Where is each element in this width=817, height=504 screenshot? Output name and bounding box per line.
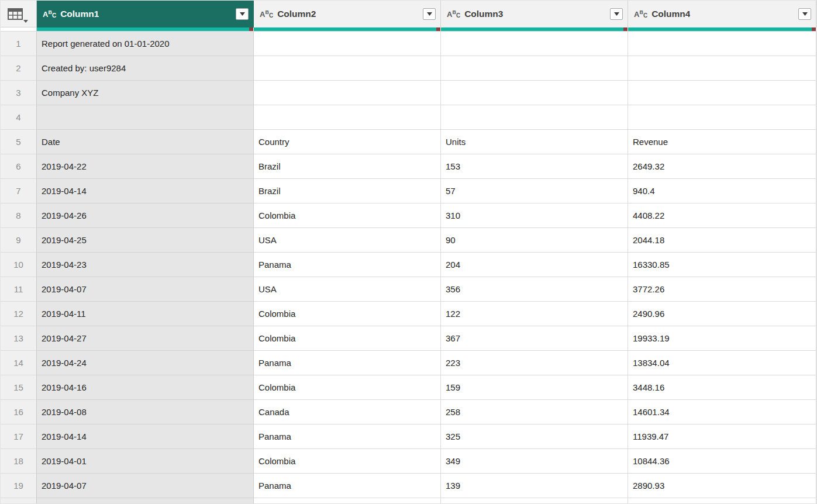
cell[interactable]: 14601.34 [628, 400, 816, 424]
row-number[interactable]: 18 [1, 449, 37, 474]
filter-dropdown-button[interactable] [236, 8, 249, 20]
cell[interactable] [441, 498, 628, 504]
row-number[interactable]: 8 [1, 203, 37, 228]
row-number[interactable]: 17 [1, 424, 37, 449]
row-number[interactable]: 4 [1, 105, 37, 130]
cell[interactable]: 2019-04-01 [37, 449, 254, 474]
row-number[interactable]: 10 [1, 253, 37, 277]
cell[interactable]: USA [254, 277, 441, 302]
cell[interactable]: Colombia [254, 449, 441, 474]
cell[interactable]: Revenue [628, 130, 816, 154]
cell[interactable]: 3772.26 [628, 277, 816, 302]
cell[interactable]: Panama [254, 351, 441, 375]
cell[interactable]: 325 [441, 424, 628, 449]
cell[interactable]: 57 [441, 179, 628, 203]
cell[interactable] [628, 105, 816, 130]
row-number[interactable]: 6 [1, 154, 37, 179]
cell[interactable]: 2019-04-27 [37, 326, 254, 351]
cell[interactable]: 349 [441, 449, 628, 474]
filter-dropdown-button[interactable] [423, 8, 436, 20]
cell[interactable]: 13834.04 [628, 351, 816, 375]
column-header-column4[interactable]: ABC Column4 [628, 1, 816, 27]
select-all-corner[interactable] [1, 1, 37, 27]
cell[interactable]: Panama [254, 474, 441, 498]
row-number[interactable] [1, 498, 37, 504]
cell[interactable]: USA [254, 228, 441, 253]
cell[interactable]: 204 [441, 253, 628, 277]
column-header-column2[interactable]: ABC Column2 [254, 1, 441, 27]
cell[interactable]: 2019-04-16 [37, 375, 254, 400]
cell[interactable]: 2019-04-11 [37, 302, 254, 326]
row-number[interactable]: 2 [1, 56, 37, 81]
cell[interactable] [441, 81, 628, 105]
filter-dropdown-button[interactable] [610, 8, 623, 20]
cell[interactable] [628, 498, 816, 504]
cell[interactable]: 2490.96 [628, 302, 816, 326]
cell[interactable] [441, 56, 628, 81]
cell[interactable]: 10844.36 [628, 449, 816, 474]
cell[interactable]: 4408.22 [628, 203, 816, 228]
row-number[interactable]: 16 [1, 400, 37, 424]
cell[interactable]: Colombia [254, 375, 441, 400]
cell[interactable]: 2019-04-24 [37, 351, 254, 375]
cell[interactable]: Brazil [254, 179, 441, 203]
column-header-column1[interactable]: ABC Column1 [37, 1, 254, 27]
cell[interactable]: Units [441, 130, 628, 154]
cell[interactable]: Country [254, 130, 441, 154]
cell[interactable]: 3448.16 [628, 375, 816, 400]
cell[interactable]: Company XYZ [37, 81, 254, 105]
cell[interactable] [254, 56, 441, 81]
cell[interactable] [628, 56, 816, 81]
cell[interactable] [254, 81, 441, 105]
cell[interactable]: 139 [441, 474, 628, 498]
cell[interactable]: 940.4 [628, 179, 816, 203]
row-number[interactable]: 13 [1, 326, 37, 351]
cell[interactable] [628, 81, 816, 105]
cell[interactable] [254, 32, 441, 56]
cell[interactable]: 2044.18 [628, 228, 816, 253]
cell[interactable] [628, 32, 816, 56]
row-number[interactable]: 12 [1, 302, 37, 326]
corner-dropdown-icon[interactable] [23, 20, 28, 23]
cell[interactable]: 2019-04-26 [37, 203, 254, 228]
cell[interactable]: 2890.93 [628, 474, 816, 498]
cell[interactable]: Report generated on 01-01-2020 [37, 32, 254, 56]
cell[interactable] [441, 105, 628, 130]
cell[interactable]: 2019-04-08 [37, 400, 254, 424]
cell[interactable]: 2019-04-14 [37, 424, 254, 449]
cell[interactable]: 2649.32 [628, 154, 816, 179]
cell[interactable]: Panama [254, 253, 441, 277]
cell[interactable]: Colombia [254, 302, 441, 326]
row-number[interactable]: 5 [1, 130, 37, 154]
cell[interactable]: Colombia [254, 203, 441, 228]
cell[interactable]: 2019-04-14 [37, 179, 254, 203]
cell[interactable]: 16330.85 [628, 253, 816, 277]
cell[interactable]: Brazil [254, 154, 441, 179]
row-number[interactable]: 3 [1, 81, 37, 105]
cell[interactable]: 153 [441, 154, 628, 179]
cell[interactable]: 122 [441, 302, 628, 326]
cell[interactable]: 11939.47 [628, 424, 816, 449]
row-number[interactable]: 15 [1, 375, 37, 400]
cell[interactable]: 2019-04-25 [37, 228, 254, 253]
cell[interactable]: Canada [254, 400, 441, 424]
cell[interactable]: 310 [441, 203, 628, 228]
cell[interactable]: Panama [254, 424, 441, 449]
cell[interactable]: 258 [441, 400, 628, 424]
cell[interactable] [37, 498, 254, 504]
row-number[interactable]: 7 [1, 179, 37, 203]
cell[interactable]: 2019-04-23 [37, 253, 254, 277]
row-number[interactable]: 9 [1, 228, 37, 253]
cell[interactable]: 2019-04-22 [37, 154, 254, 179]
cell[interactable]: Colombia [254, 326, 441, 351]
row-number[interactable]: 1 [1, 32, 37, 56]
filter-dropdown-button[interactable] [798, 8, 811, 20]
cell[interactable] [37, 105, 254, 130]
cell[interactable]: 2019-04-07 [37, 474, 254, 498]
cell[interactable] [254, 105, 441, 130]
cell[interactable]: 90 [441, 228, 628, 253]
row-number[interactable]: 19 [1, 474, 37, 498]
row-number[interactable]: 14 [1, 351, 37, 375]
row-number[interactable]: 11 [1, 277, 37, 302]
cell[interactable] [441, 32, 628, 56]
